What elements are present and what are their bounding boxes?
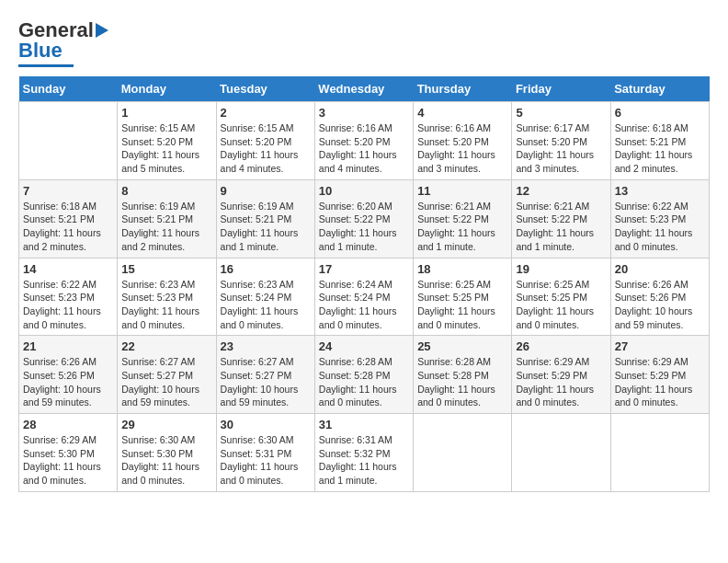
logo-underline (18, 64, 74, 67)
day-cell: 31Sunrise: 6:31 AMSunset: 5:32 PMDayligh… (314, 414, 413, 492)
day-info: Sunrise: 6:26 AMSunset: 5:26 PMDaylight:… (23, 355, 113, 409)
day-info: Sunrise: 6:27 AMSunset: 5:27 PMDaylight:… (121, 355, 211, 409)
day-cell (610, 414, 709, 492)
day-number: 27 (615, 339, 705, 353)
day-number: 7 (23, 184, 113, 198)
day-info: Sunrise: 6:19 AMSunset: 5:21 PMDaylight:… (221, 200, 311, 254)
col-header-sunday: Sunday (19, 76, 118, 102)
day-number: 11 (417, 184, 507, 198)
week-row-4: 21Sunrise: 6:26 AMSunset: 5:26 PMDayligh… (19, 336, 710, 414)
week-row-2: 7Sunrise: 6:18 AMSunset: 5:21 PMDaylight… (19, 179, 710, 258)
day-cell: 11Sunrise: 6:21 AMSunset: 5:22 PMDayligh… (414, 179, 512, 258)
day-info: Sunrise: 6:15 AMSunset: 5:20 PMDaylight:… (221, 121, 311, 176)
day-cell: 10Sunrise: 6:20 AMSunset: 5:22 PMDayligh… (314, 179, 413, 258)
day-info: Sunrise: 6:18 AMSunset: 5:21 PMDaylight:… (23, 200, 113, 254)
day-cell: 14Sunrise: 6:22 AMSunset: 5:23 PMDayligh… (19, 258, 118, 336)
col-header-saturday: Saturday (610, 76, 709, 102)
day-cell: 27Sunrise: 6:29 AMSunset: 5:29 PMDayligh… (610, 336, 709, 414)
day-cell: 21Sunrise: 6:26 AMSunset: 5:26 PMDayligh… (19, 336, 118, 414)
day-cell: 6Sunrise: 6:18 AMSunset: 5:21 PMDaylight… (610, 102, 709, 180)
day-cell (512, 414, 610, 492)
day-info: Sunrise: 6:25 AMSunset: 5:25 PMDaylight:… (417, 278, 507, 332)
day-info: Sunrise: 6:27 AMSunset: 5:27 PMDaylight:… (221, 355, 311, 409)
day-cell: 25Sunrise: 6:28 AMSunset: 5:28 PMDayligh… (414, 336, 512, 414)
calendar-header-row: SundayMondayTuesdayWednesdayThursdayFrid… (19, 76, 710, 102)
day-number: 2 (221, 106, 311, 120)
day-cell: 2Sunrise: 6:15 AMSunset: 5:20 PMDaylight… (216, 102, 314, 180)
day-cell: 17Sunrise: 6:24 AMSunset: 5:24 PMDayligh… (314, 258, 413, 336)
day-cell: 22Sunrise: 6:27 AMSunset: 5:27 PMDayligh… (118, 336, 216, 414)
day-number: 19 (516, 262, 606, 276)
day-cell: 20Sunrise: 6:26 AMSunset: 5:26 PMDayligh… (610, 258, 709, 336)
day-number: 25 (417, 339, 507, 353)
logo-arrow-icon (96, 23, 108, 38)
day-cell: 3Sunrise: 6:16 AMSunset: 5:20 PMDaylight… (314, 102, 413, 180)
day-info: Sunrise: 6:23 AMSunset: 5:24 PMDaylight:… (221, 278, 311, 332)
day-info: Sunrise: 6:21 AMSunset: 5:22 PMDaylight:… (417, 200, 507, 254)
day-cell: 29Sunrise: 6:30 AMSunset: 5:30 PMDayligh… (118, 414, 216, 492)
day-number: 18 (417, 262, 507, 276)
day-cell: 23Sunrise: 6:27 AMSunset: 5:27 PMDayligh… (216, 336, 314, 414)
day-number: 13 (615, 184, 705, 198)
day-cell: 18Sunrise: 6:25 AMSunset: 5:25 PMDayligh… (414, 258, 512, 336)
day-number: 28 (23, 418, 113, 431)
day-number: 23 (221, 339, 311, 353)
day-cell: 16Sunrise: 6:23 AMSunset: 5:24 PMDayligh… (216, 258, 314, 336)
col-header-thursday: Thursday (414, 76, 512, 102)
day-cell (414, 414, 512, 492)
week-row-1: 1Sunrise: 6:15 AMSunset: 5:20 PMDaylight… (19, 102, 710, 180)
day-info: Sunrise: 6:29 AMSunset: 5:29 PMDaylight:… (615, 355, 705, 409)
day-info: Sunrise: 6:20 AMSunset: 5:22 PMDaylight:… (319, 200, 409, 254)
day-number: 24 (319, 339, 409, 353)
day-info: Sunrise: 6:24 AMSunset: 5:24 PMDaylight:… (319, 278, 409, 332)
day-cell (19, 102, 118, 180)
day-cell: 30Sunrise: 6:30 AMSunset: 5:31 PMDayligh… (216, 414, 314, 492)
day-cell: 19Sunrise: 6:25 AMSunset: 5:25 PMDayligh… (512, 258, 610, 336)
day-info: Sunrise: 6:16 AMSunset: 5:20 PMDaylight:… (319, 121, 409, 176)
calendar-table: SundayMondayTuesdayWednesdayThursdayFrid… (18, 76, 710, 492)
day-cell: 9Sunrise: 6:19 AMSunset: 5:21 PMDaylight… (216, 179, 314, 258)
day-info: Sunrise: 6:23 AMSunset: 5:23 PMDaylight:… (121, 278, 211, 332)
day-number: 14 (23, 262, 113, 276)
day-info: Sunrise: 6:26 AMSunset: 5:26 PMDaylight:… (615, 278, 705, 332)
day-cell: 24Sunrise: 6:28 AMSunset: 5:28 PMDayligh… (314, 336, 413, 414)
day-info: Sunrise: 6:28 AMSunset: 5:28 PMDaylight:… (417, 355, 507, 409)
col-header-wednesday: Wednesday (314, 76, 413, 102)
day-cell: 13Sunrise: 6:22 AMSunset: 5:23 PMDayligh… (610, 179, 709, 258)
week-row-5: 28Sunrise: 6:29 AMSunset: 5:30 PMDayligh… (19, 414, 710, 492)
day-info: Sunrise: 6:19 AMSunset: 5:21 PMDaylight:… (121, 200, 211, 254)
day-cell: 1Sunrise: 6:15 AMSunset: 5:20 PMDaylight… (118, 102, 216, 180)
day-cell: 28Sunrise: 6:29 AMSunset: 5:30 PMDayligh… (19, 414, 118, 492)
day-number: 29 (121, 418, 211, 431)
day-number: 1 (121, 106, 211, 120)
day-info: Sunrise: 6:21 AMSunset: 5:22 PMDaylight:… (516, 200, 606, 254)
day-number: 16 (221, 262, 311, 276)
day-info: Sunrise: 6:31 AMSunset: 5:32 PMDaylight:… (319, 433, 409, 488)
day-number: 15 (121, 262, 211, 276)
day-number: 21 (23, 339, 113, 353)
day-cell: 8Sunrise: 6:19 AMSunset: 5:21 PMDaylight… (118, 179, 216, 258)
day-number: 4 (417, 106, 507, 120)
day-info: Sunrise: 6:22 AMSunset: 5:23 PMDaylight:… (615, 200, 705, 254)
day-info: Sunrise: 6:25 AMSunset: 5:25 PMDaylight:… (516, 278, 606, 332)
day-number: 5 (516, 106, 606, 120)
day-number: 6 (615, 106, 705, 120)
day-cell: 15Sunrise: 6:23 AMSunset: 5:23 PMDayligh… (118, 258, 216, 336)
day-cell: 5Sunrise: 6:17 AMSunset: 5:20 PMDaylight… (512, 102, 610, 180)
day-info: Sunrise: 6:17 AMSunset: 5:20 PMDaylight:… (516, 121, 606, 176)
day-number: 17 (319, 262, 409, 276)
day-info: Sunrise: 6:30 AMSunset: 5:31 PMDaylight:… (221, 433, 311, 488)
day-cell: 4Sunrise: 6:16 AMSunset: 5:20 PMDaylight… (414, 102, 512, 180)
col-header-friday: Friday (512, 76, 610, 102)
day-cell: 12Sunrise: 6:21 AMSunset: 5:22 PMDayligh… (512, 179, 610, 258)
day-number: 20 (615, 262, 705, 276)
day-info: Sunrise: 6:29 AMSunset: 5:29 PMDaylight:… (516, 355, 606, 409)
day-number: 30 (221, 418, 311, 431)
day-number: 22 (121, 339, 211, 353)
day-cell: 7Sunrise: 6:18 AMSunset: 5:21 PMDaylight… (19, 179, 118, 258)
day-number: 31 (319, 418, 409, 431)
day-cell: 26Sunrise: 6:29 AMSunset: 5:29 PMDayligh… (512, 336, 610, 414)
logo-blue: Blue (18, 39, 63, 63)
day-number: 12 (516, 184, 606, 198)
day-info: Sunrise: 6:22 AMSunset: 5:23 PMDaylight:… (23, 278, 113, 332)
